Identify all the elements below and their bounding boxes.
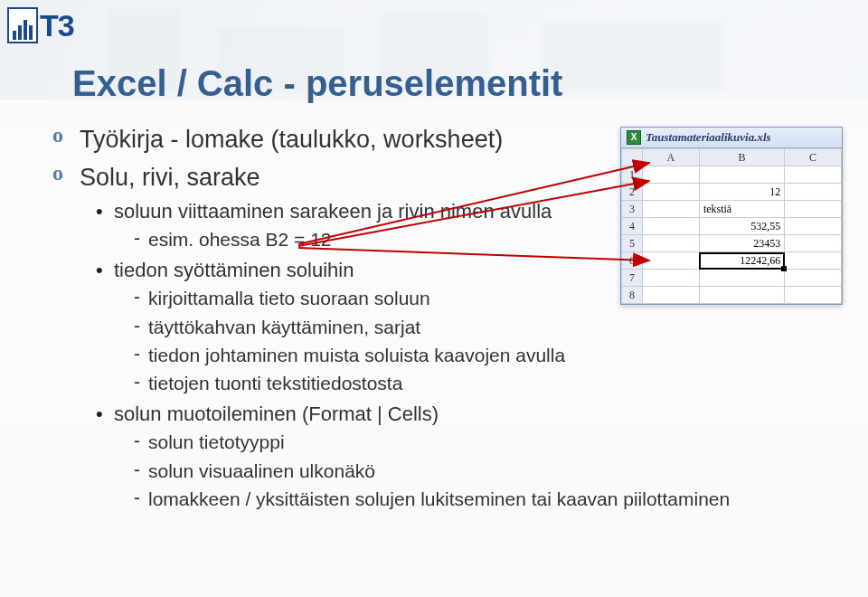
corner-cell (622, 149, 643, 166)
cell (643, 235, 700, 252)
row-header: 8 (622, 287, 643, 304)
excel-widget: Taustamateriaalikuvia.xls A B C 12123tek… (620, 127, 843, 305)
cell: tekstiä (699, 201, 784, 218)
cell (643, 166, 700, 184)
list-item: lomakkeen / yksittäisten solujen lukitse… (134, 487, 832, 512)
cell (785, 166, 842, 184)
col-header: C (785, 149, 842, 166)
cell (785, 252, 842, 270)
list-item: tietojen tuonti tekstitiedostosta (134, 371, 832, 396)
cell (699, 270, 784, 287)
cell: 532,55 (699, 218, 784, 235)
list-text: lomakkeen / yksittäisten solujen lukitse… (148, 488, 730, 509)
slide-title: Excel / Calc - peruselementit (72, 63, 832, 103)
row-header: 6 (622, 252, 643, 270)
cell (643, 218, 700, 235)
list-text: tiedon johtaminen muista soluista kaavoj… (148, 345, 565, 365)
cell (785, 201, 842, 218)
list-item: solun tietotyyppi (134, 430, 832, 455)
excel-title-text: Taustamateriaalikuvia.xls (646, 130, 771, 145)
logo: T3 (7, 7, 74, 43)
col-header: B (699, 149, 784, 166)
list-item: solun visuaalinen ulkonäkö (134, 459, 832, 484)
cell (643, 252, 700, 270)
list-text: Solu, rivi, sarake (80, 164, 260, 191)
list-text: esim. ohessa B2 = 12 (148, 229, 332, 250)
excel-titlebar: Taustamateriaalikuvia.xls (621, 128, 842, 148)
cell (785, 270, 842, 287)
list-item: solun muotoileminen (Format | Cells) sol… (96, 401, 832, 513)
row-header: 3 (622, 201, 643, 218)
list-item: täyttökahvan käyttäminen, sarjat (134, 315, 832, 340)
excel-icon (627, 130, 641, 145)
list-text: solun visuaalinen ulkonäkö (148, 460, 375, 481)
cell (785, 287, 842, 304)
row-header: 1 (622, 166, 643, 184)
logo-text: T3 (40, 10, 74, 41)
cell (785, 184, 842, 201)
row-header: 7 (622, 270, 643, 287)
list-text: tiedon syöttäminen soluihin (114, 259, 354, 281)
list-text: tietojen tuonti tekstitiedostosta (148, 373, 402, 393)
cell (699, 166, 784, 184)
list-item: tiedon johtaminen muista soluista kaavoj… (134, 343, 832, 368)
cell (785, 218, 842, 235)
list-text: kirjoittamalla tieto suoraan soluun (148, 288, 430, 308)
cell (643, 184, 700, 201)
row-header: 4 (622, 218, 643, 235)
list-text: soluun viittaaminen sarakeen ja rivin ni… (114, 200, 552, 223)
cell (785, 235, 842, 252)
cell (643, 287, 700, 304)
list-text: solun muotoileminen (Format | Cells) (114, 403, 439, 425)
cell: 12242,66 (699, 252, 784, 270)
logo-icon (7, 7, 38, 43)
col-header: A (643, 149, 700, 166)
excel-grid: A B C 12123tekstiä4532,55523453612242,66… (621, 148, 842, 304)
row-header: 5 (622, 235, 643, 252)
list-text: solun tietotyyppi (148, 431, 285, 452)
cell: 12 (699, 184, 784, 201)
list-text: Työkirja - lomake (taulukko, worksheet) (80, 126, 503, 153)
cell (643, 270, 700, 287)
cell (643, 201, 700, 218)
row-header: 2 (622, 184, 643, 201)
cell: 23453 (699, 235, 784, 252)
cell (699, 287, 784, 304)
list-text: täyttökahvan käyttäminen, sarjat (148, 317, 420, 337)
